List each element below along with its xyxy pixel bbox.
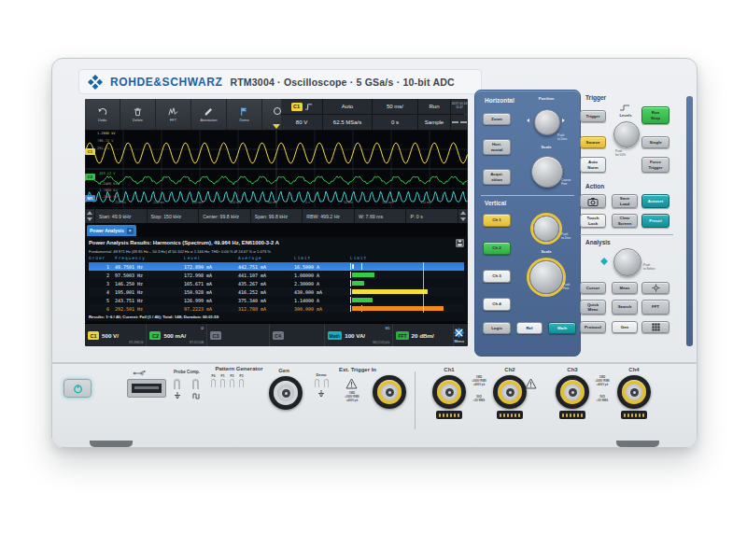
channel2-scale: 500 mA/ bbox=[163, 332, 186, 339]
vertical-scale-knob[interactable] bbox=[529, 260, 563, 294]
cursor-button[interactable]: Cursor bbox=[580, 282, 606, 294]
pattern-pin-p3: P3 bbox=[239, 374, 244, 387]
spinner-up-down-icon[interactable] bbox=[458, 209, 468, 223]
delete-button[interactable]: Delete bbox=[120, 99, 156, 130]
force-trigger-button[interactable]: Force Trigger bbox=[641, 157, 669, 173]
trigger-level-cell[interactable]: 80 V bbox=[281, 115, 322, 130]
annotation-button[interactable]: Annotation bbox=[191, 99, 227, 130]
pattern-pin-label: P1 bbox=[221, 374, 225, 378]
touch-lock-button[interactable]: Touch Lock bbox=[580, 214, 606, 228]
preset-button[interactable]: Preset bbox=[641, 214, 669, 228]
channel3-button[interactable]: Ch 3 bbox=[483, 270, 511, 283]
m1-marker[interactable]: M1 bbox=[85, 195, 95, 202]
horizontal-position-cell[interactable]: 0 s bbox=[373, 115, 417, 130]
autoset-button[interactable]: Autoset bbox=[641, 194, 669, 208]
channel1-button[interactable]: Ch 1 bbox=[483, 214, 511, 227]
channel2-cell[interactable]: C2 500 mA/ Ω RT-ZC10B bbox=[147, 324, 207, 346]
clear-screen-button[interactable]: Clear Screen bbox=[612, 214, 638, 228]
time-tick: -100 ms bbox=[229, 201, 241, 204]
ext-trigger-spec: 1MΩ ≤300V RMS ≤400V pk bbox=[338, 392, 366, 402]
save-icon[interactable] bbox=[456, 239, 464, 247]
bnc-connector bbox=[432, 375, 466, 409]
auto-norm-button[interactable]: Auto Norm bbox=[580, 157, 606, 173]
vertical-position-knob[interactable] bbox=[533, 216, 559, 242]
close-icon[interactable]: × bbox=[127, 228, 134, 234]
power-button[interactable] bbox=[63, 379, 92, 398]
trigger-marker-icon bbox=[273, 124, 280, 129]
order-cell: 2 bbox=[89, 273, 113, 278]
spinner-up-down-icon[interactable] bbox=[85, 209, 94, 223]
channel4-button[interactable]: Ch 4 bbox=[483, 298, 511, 311]
brand-plate: ROHDE&SCHWARZ RTM3004 · Oscilloscope · 5… bbox=[78, 69, 482, 94]
push-to-select-hint: Push to Select bbox=[643, 263, 655, 271]
trigger-level-knob[interactable] bbox=[613, 121, 640, 147]
tab-power-analysis[interactable]: Power Analysis × bbox=[87, 225, 136, 236]
channel3-cell[interactable]: C3 bbox=[207, 324, 269, 346]
trigger-source-badge: C1 bbox=[291, 103, 303, 111]
trigger-source-button[interactable]: Source bbox=[580, 136, 606, 148]
gen-button[interactable]: Gen bbox=[612, 321, 638, 333]
usb-port[interactable] bbox=[127, 379, 166, 398]
table-row[interactable]: 148.7501 Hz172.890 mA442.751 mA16.5000 A bbox=[89, 262, 464, 271]
avg-cell: 312.788 mA bbox=[238, 306, 292, 312]
harmonic-bar bbox=[352, 306, 444, 311]
timebase-cell[interactable]: 50 ms/ bbox=[373, 99, 417, 114]
apps-button[interactable] bbox=[641, 321, 669, 333]
channel1-cell[interactable]: C1 500 V/ RT-ZHD16 bbox=[85, 324, 147, 346]
single-button[interactable]: Single bbox=[641, 136, 669, 148]
save-load-button[interactable]: Save Load bbox=[612, 194, 638, 208]
logic-button[interactable]: Logic bbox=[483, 322, 511, 334]
channel1-scale: 500 V/ bbox=[102, 332, 119, 339]
ref-button[interactable]: Ref bbox=[516, 322, 543, 334]
sample-rate-cell: 62.5 MSa/s bbox=[323, 115, 372, 130]
waveform-area[interactable]: C1C2M1 1.2800 kV786.72 V291.71 V-203.12 … bbox=[85, 130, 468, 208]
trigger-button[interactable]: Trigger bbox=[580, 110, 606, 122]
run-state-cell[interactable]: Run bbox=[418, 99, 450, 114]
undo-button[interactable]: Undo bbox=[85, 99, 120, 130]
horizontal-position-knob[interactable] bbox=[534, 109, 560, 135]
time-tick: 50 ms bbox=[344, 201, 353, 204]
table-row[interactable]: 5243.751 Hz126.999 mA375.340 mA1.14000 A bbox=[89, 296, 464, 304]
acquisition-mode-cell[interactable]: Sample bbox=[418, 115, 450, 130]
trigger-source-cell[interactable]: C1 bbox=[281, 99, 322, 114]
quick-meas-button[interactable]: Quick Meas bbox=[580, 300, 606, 315]
channel4-cell[interactable]: C4 bbox=[270, 324, 325, 346]
fft-button[interactable]: FFT bbox=[156, 99, 191, 130]
math-button[interactable]: Math bbox=[548, 322, 576, 334]
protocol-button[interactable]: Protocol bbox=[580, 321, 606, 333]
c2-marker[interactable]: C2 bbox=[85, 174, 95, 180]
push-fine-hint: Push Fine bbox=[563, 283, 570, 290]
horizontal-button[interactable]: Hori- zontal bbox=[483, 139, 511, 155]
channel-spec-high: 1MΩ ≤300V RMS ≤400V pk bbox=[463, 376, 495, 386]
pattern-pin-p0: P0 bbox=[211, 374, 216, 387]
trash-icon bbox=[133, 106, 143, 117]
c1-marker[interactable]: C1 bbox=[85, 148, 95, 155]
table-row[interactable]: 3146.250 Hz165.671 mA435.267 mA2.30000 A bbox=[89, 279, 464, 287]
avg-cell: 416.252 mA bbox=[238, 289, 292, 295]
intensity-button[interactable] bbox=[641, 282, 669, 294]
trigger-mode-cell[interactable]: Auto bbox=[323, 99, 372, 114]
fft-cell[interactable]: FFT 20 dBm/ bbox=[393, 324, 454, 346]
run-stop-button[interactable]: Run Stop bbox=[641, 106, 669, 124]
bnc-connector bbox=[493, 375, 527, 409]
meas-button[interactable]: Meas bbox=[612, 282, 638, 294]
screenshot-button[interactable] bbox=[580, 194, 606, 208]
horizontal-scale-knob[interactable] bbox=[531, 156, 563, 188]
zoom-button[interactable]: Zoom bbox=[483, 113, 511, 125]
demo-button[interactable]: Demo bbox=[227, 99, 262, 130]
demo-pin bbox=[315, 379, 319, 387]
table-row[interactable]: 6292.501 Hz97.2223 mA312.788 mA300.000 m… bbox=[89, 304, 464, 313]
search-button[interactable]: Search bbox=[612, 300, 638, 315]
menu-button[interactable]: Menu bbox=[454, 324, 468, 346]
navigation-knob[interactable] bbox=[613, 248, 641, 276]
time-tick: -150 ms bbox=[190, 201, 203, 204]
usb-icon bbox=[133, 370, 146, 377]
channel2-button[interactable]: Ch 2 bbox=[483, 242, 511, 255]
acquisition-button[interactable]: Acqui- sition bbox=[483, 169, 511, 185]
table-row[interactable]: 4195.001 Hz150.928 mA416.252 mA430.000 m… bbox=[89, 287, 464, 296]
math-cell[interactable]: Math 100 VA/ M1 M1(C1/2)x1k bbox=[325, 324, 394, 346]
right-arrow-icon bbox=[562, 119, 565, 122]
table-row[interactable]: 297.5003 Hz172.998 mA441.107 mA1.08000 A bbox=[89, 271, 464, 279]
fft-panel-button[interactable]: FFT bbox=[641, 300, 669, 315]
push-to-zero-hint: Push to Zero bbox=[561, 232, 571, 240]
